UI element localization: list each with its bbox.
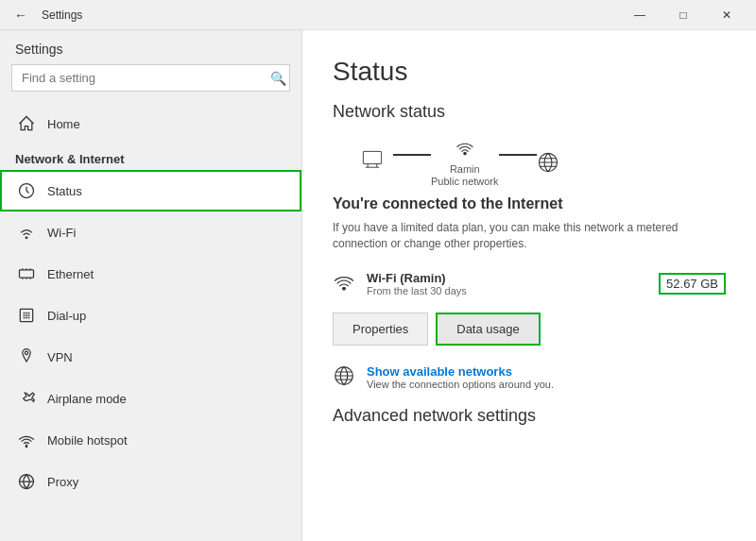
globe-small-icon	[333, 364, 355, 391]
sidebar-item-status[interactable]: Status	[0, 170, 301, 211]
computer-node	[352, 149, 393, 176]
wifi-name: Wi-Fi (Ramin)	[367, 271, 467, 285]
wifi-info: Wi-Fi (Ramin) From the last 30 days	[367, 271, 467, 296]
data-usage-badge: 52.67 GB	[659, 273, 726, 295]
status-icon	[17, 181, 36, 200]
airplane-icon	[17, 389, 36, 408]
data-usage-button[interactable]: Data usage	[436, 313, 541, 346]
sidebar: Settings 🔍 Home Network & Internet	[0, 30, 302, 541]
svg-point-4	[25, 351, 27, 354]
sidebar-item-hotspot-label: Mobile hotspot	[47, 433, 128, 448]
svg-point-1	[26, 237, 27, 239]
sidebar-item-airplane[interactable]: Airplane mode	[0, 378, 301, 419]
search-icon-button[interactable]: 🔍	[270, 71, 286, 86]
app-container: Settings 🔍 Home Network & Internet	[0, 30, 756, 541]
show-networks-sub: View the connection options around you.	[367, 379, 554, 390]
wifi-subtitle: From the last 30 days	[367, 285, 467, 296]
maximize-button[interactable]: □	[662, 0, 705, 30]
sidebar-item-vpn[interactable]: VPN	[0, 336, 301, 378]
sidebar-item-hotspot[interactable]: Mobile hotspot	[0, 419, 301, 461]
properties-button[interactable]: Properties	[333, 313, 428, 346]
show-networks-row: Show available networks View the connect…	[333, 364, 726, 391]
line-2	[499, 154, 537, 156]
sidebar-item-airplane-label: Airplane mode	[47, 392, 127, 406]
sidebar-item-home-label: Home	[47, 117, 80, 131]
sidebar-search: 🔍	[11, 64, 290, 92]
wifi-signal-icon	[333, 271, 355, 297]
vpn-icon	[17, 347, 36, 366]
network-diagram: Ramin Public network	[333, 137, 726, 188]
sidebar-item-ethernet-label: Ethernet	[47, 267, 94, 281]
wifi-node: Ramin Public network	[431, 137, 499, 188]
wifi-usage-row: Wi-Fi (Ramin) From the last 30 days 52.6…	[333, 267, 726, 301]
sidebar-item-wifi-label: Wi-Fi	[47, 226, 76, 240]
svg-rect-7	[363, 152, 381, 164]
advanced-title: Advanced network settings	[333, 406, 726, 426]
sidebar-item-proxy-label: Proxy	[47, 475, 78, 489]
svg-point-8	[464, 152, 466, 154]
network-status-title: Network status	[333, 102, 726, 122]
close-button[interactable]: ✕	[705, 0, 748, 30]
hotspot-icon	[17, 431, 36, 449]
sidebar-item-ethernet[interactable]: Ethernet	[0, 253, 301, 295]
action-buttons: Properties Data usage	[333, 313, 726, 346]
svg-point-5	[26, 446, 27, 448]
sidebar-app-title: Settings	[15, 42, 63, 57]
sidebar-item-proxy[interactable]: Proxy	[0, 461, 301, 502]
titlebar-title: Settings	[42, 8, 82, 22]
connected-subtext: If you have a limited data plan, you can…	[333, 220, 692, 252]
show-networks-link[interactable]: Show available networks	[367, 364, 554, 379]
home-icon	[17, 114, 36, 133]
titlebar: ← Settings — □ ✕	[0, 0, 756, 30]
wifi-icon	[17, 223, 36, 242]
sidebar-item-dialup-label: Dial-up	[47, 309, 86, 323]
sidebar-item-dialup[interactable]: Dial-up	[0, 295, 301, 336]
sidebar-item-status-label: Status	[47, 184, 82, 198]
sidebar-item-vpn-label: VPN	[47, 350, 73, 364]
titlebar-controls: — □ ✕	[618, 0, 748, 30]
connected-text: You're connected to the Internet	[333, 195, 726, 212]
globe-node	[537, 151, 559, 174]
sidebar-header: Settings	[0, 30, 301, 64]
back-arrow-icon: ←	[14, 8, 27, 23]
line-1	[393, 154, 431, 156]
sidebar-item-wifi[interactable]: Wi-Fi	[0, 211, 301, 253]
sidebar-section-title: Network & Internet	[0, 144, 301, 170]
sidebar-item-home[interactable]: Home	[0, 103, 301, 144]
back-button[interactable]: ←	[8, 2, 34, 28]
wifi-row-left: Wi-Fi (Ramin) From the last 30 days	[333, 271, 467, 297]
main-content: Status Network status	[302, 30, 756, 541]
network-label: Ramin Public network	[431, 163, 499, 188]
page-title: Status	[333, 57, 726, 87]
search-input[interactable]	[11, 64, 290, 92]
minimize-button[interactable]: —	[618, 0, 662, 30]
svg-point-10	[343, 287, 346, 290]
show-networks-info: Show available networks View the connect…	[367, 364, 554, 390]
svg-rect-2	[20, 270, 34, 278]
ethernet-icon	[17, 264, 36, 283]
proxy-icon	[17, 472, 36, 491]
dialup-icon	[17, 306, 36, 325]
titlebar-left: ← Settings	[8, 2, 82, 28]
